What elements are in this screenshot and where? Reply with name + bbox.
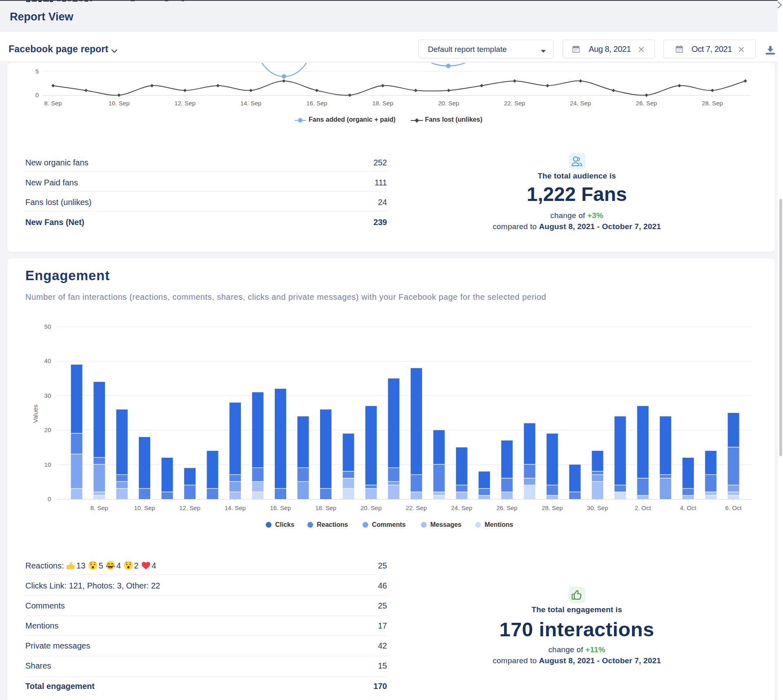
svg-text:8. Sep: 8. Sep [91,504,108,511]
svg-text:16. Sep: 16. Sep [270,504,291,511]
svg-text:40: 40 [44,357,51,364]
svg-text:18. Sep: 18. Sep [315,504,336,511]
svg-text:24. Sep: 24. Sep [451,504,472,511]
svg-text:4. Oct: 4. Oct [680,504,697,511]
svg-text:2. Oct: 2. Oct [635,504,652,511]
svg-text:Values: Values [32,405,39,423]
svg-text:20: 20 [44,426,51,433]
svg-text:22. Sep: 22. Sep [406,504,427,511]
svg-text:10: 10 [44,461,51,468]
svg-text:50: 50 [44,323,51,330]
svg-text:0: 0 [48,495,51,502]
svg-text:12. Sep: 12. Sep [179,504,200,511]
svg-text:28. Sep: 28. Sep [542,504,563,511]
svg-text:6. Oct: 6. Oct [725,504,742,511]
svg-text:20. Sep: 20. Sep [360,504,382,511]
svg-text:30: 30 [44,392,51,399]
svg-text:30. Sep: 30. Sep [587,504,608,511]
svg-text:14. Sep: 14. Sep [225,504,246,511]
svg-text:10. Sep: 10. Sep [134,504,155,511]
svg-text:26. Sep: 26. Sep [496,504,518,511]
